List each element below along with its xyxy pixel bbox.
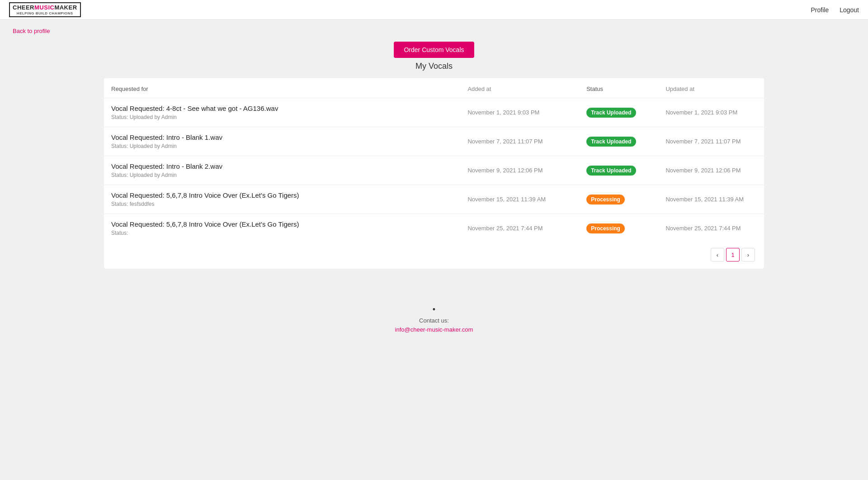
page-title: My Vocals [415, 62, 453, 71]
cell-updated-0: November 1, 2021 9:03 PM [658, 98, 764, 127]
main-nav: Profile Logout [811, 6, 859, 14]
vocals-table-container: Requested for Added at Status Updated at… [104, 78, 764, 269]
logo-maker: MAKER [54, 4, 77, 11]
table-header-row: Requested for Added at Status Updated at [104, 78, 764, 98]
col-added-at: Added at [460, 78, 579, 98]
cell-added-2: November 9, 2021 12:06 PM [460, 156, 579, 185]
table-row: Vocal Requested: Intro - Blank 2.wav Sta… [104, 156, 764, 185]
row-title-0: Vocal Requested: 4-8ct - See what we got… [111, 105, 453, 112]
row-status-text-4: Status: [111, 230, 453, 236]
pagination-prev-button[interactable]: ‹ [711, 248, 724, 261]
col-updated-at: Updated at [658, 78, 764, 98]
cell-requested-4: Vocal Requested: 5,6,7,8 Intro Voice Ove… [104, 214, 460, 243]
col-requested-for: Requested for [104, 78, 460, 98]
cell-added-0: November 1, 2021 9:03 PM [460, 98, 579, 127]
contact-email-link[interactable]: info@cheer-music-maker.com [395, 326, 473, 333]
cell-added-4: November 25, 2021 7:44 PM [460, 214, 579, 243]
cell-status-2: Track Uploaded [579, 156, 658, 185]
page-content: Order Custom Vocals My Vocals Requested … [0, 38, 868, 278]
site-header: CHEERMUSICMAKER HELPING BUILD CHAMPIONS … [0, 0, 868, 20]
site-logo: CHEERMUSICMAKER HELPING BUILD CHAMPIONS [9, 2, 81, 17]
table-row: Vocal Requested: Intro - Blank 1.wav Sta… [104, 127, 764, 156]
vocals-table: Requested for Added at Status Updated at… [104, 78, 764, 242]
status-badge-3: Processing [586, 195, 625, 204]
cell-requested-1: Vocal Requested: Intro - Blank 1.wav Sta… [104, 127, 460, 156]
contact-label: Contact us: [0, 317, 868, 324]
status-badge-4: Processing [586, 223, 625, 233]
row-status-text-0: Status: Uploaded by Admin [111, 114, 453, 120]
cell-status-1: Track Uploaded [579, 127, 658, 156]
status-badge-1: Track Uploaded [586, 137, 636, 147]
cell-status-3: Processing [579, 185, 658, 214]
cell-status-4: Processing [579, 214, 658, 243]
cell-requested-3: Vocal Requested: 5,6,7,8 Intro Voice Ove… [104, 185, 460, 214]
row-status-text-1: Status: Uploaded by Admin [111, 143, 453, 149]
pagination-next-button[interactable]: › [741, 248, 755, 261]
footer-bullet: • [0, 305, 868, 314]
site-footer: • Contact us: info@cheer-music-maker.com [0, 287, 868, 347]
cell-added-1: November 7, 2021 11:07 PM [460, 127, 579, 156]
row-status-text-2: Status: Uploaded by Admin [111, 172, 453, 178]
table-row: Vocal Requested: 5,6,7,8 Intro Voice Ove… [104, 185, 764, 214]
cell-updated-3: November 15, 2021 11:39 AM [658, 185, 764, 214]
pagination: ‹ 1 › [104, 242, 764, 261]
logo-sub: HELPING BUILD CHAMPIONS [13, 11, 77, 16]
back-to-profile-link[interactable]: Back to profile [13, 28, 50, 34]
row-title-1: Vocal Requested: Intro - Blank 1.wav [111, 133, 453, 141]
order-custom-vocals-button[interactable]: Order Custom Vocals [394, 42, 474, 58]
cell-requested-0: Vocal Requested: 4-8ct - See what we got… [104, 98, 460, 127]
sub-header: Back to profile [0, 20, 868, 38]
pagination-page-1-button[interactable]: 1 [726, 248, 740, 261]
table-row: Vocal Requested: 4-8ct - See what we got… [104, 98, 764, 127]
cell-added-3: November 15, 2021 11:39 AM [460, 185, 579, 214]
col-status: Status [579, 78, 658, 98]
status-badge-0: Track Uploaded [586, 108, 636, 118]
row-title-2: Vocal Requested: Intro - Blank 2.wav [111, 162, 453, 170]
cell-requested-2: Vocal Requested: Intro - Blank 2.wav Sta… [104, 156, 460, 185]
table-row: Vocal Requested: 5,6,7,8 Intro Voice Ove… [104, 214, 764, 243]
row-status-text-3: Status: fesfsddfes [111, 201, 453, 207]
logo-music: MUSIC [34, 4, 54, 11]
row-title-3: Vocal Requested: 5,6,7,8 Intro Voice Ove… [111, 191, 453, 199]
status-badge-2: Track Uploaded [586, 166, 636, 176]
logo-cheer: CHEER [13, 4, 34, 11]
cell-status-0: Track Uploaded [579, 98, 658, 127]
cell-updated-1: November 7, 2021 11:07 PM [658, 127, 764, 156]
cell-updated-2: November 9, 2021 12:06 PM [658, 156, 764, 185]
profile-link[interactable]: Profile [811, 6, 829, 14]
logout-link[interactable]: Logout [840, 6, 859, 14]
row-title-4: Vocal Requested: 5,6,7,8 Intro Voice Ove… [111, 220, 453, 228]
cell-updated-4: November 25, 2021 7:44 PM [658, 214, 764, 243]
